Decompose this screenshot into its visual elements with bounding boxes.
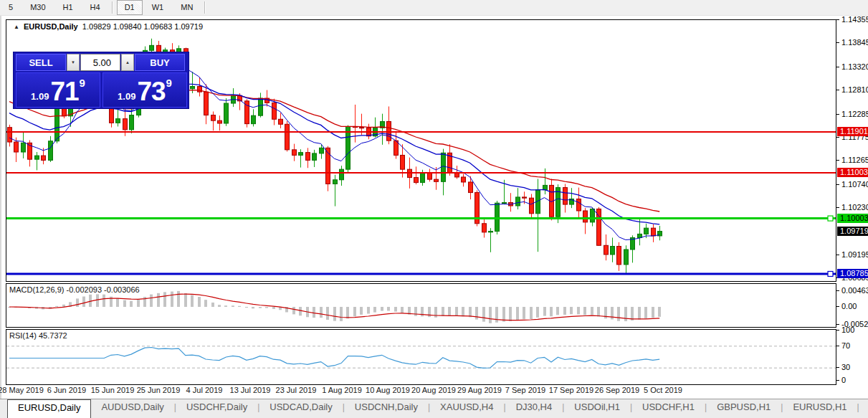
price-tick <box>836 114 839 115</box>
price-tick-label: 1.09195 <box>841 250 868 260</box>
rsi-tick-label: 100 <box>841 326 854 335</box>
price-tick <box>836 255 839 255</box>
price-tick <box>836 184 839 185</box>
rsi-tick <box>836 367 839 368</box>
rsi-tick <box>836 346 839 346</box>
price-tick-label: 1.12285 <box>841 110 868 119</box>
timeframe-button-mn[interactable]: MN <box>173 0 201 15</box>
date-label: 6 Jun 2019 <box>47 386 86 394</box>
ask-prefix: 1.09 <box>118 91 135 102</box>
tab-item-gbpusd-h1[interactable]: GBPUSD,H1 <box>707 399 781 417</box>
date-label: 5 Oct 2019 <box>644 386 682 394</box>
tab-item-usdchf-h1[interactable]: USDCHF,H1 <box>632 399 705 417</box>
sell-button[interactable]: SELL <box>16 54 66 71</box>
date-label: 29 Aug 2019 <box>457 386 502 394</box>
date-label: 10 Aug 2019 <box>366 386 410 394</box>
timeframe-button-h1[interactable]: H1 <box>55 0 81 15</box>
bid-price-display[interactable]: 1.09 71 9 <box>16 72 100 108</box>
price-tick-label: 1.10230 <box>841 203 868 212</box>
macd-label: MACD(12,26,9) -0.002093 -0.003066 <box>9 285 140 294</box>
price-tick <box>836 19 839 20</box>
toolbar-separator <box>112 1 113 14</box>
date-label: 1 Aug 2019 <box>322 386 362 394</box>
date-label: 23 Jul 2019 <box>276 386 317 394</box>
macd-tick <box>836 324 839 325</box>
price-line-label: 1.08785 <box>837 269 868 278</box>
bid-prefix: 1.09 <box>31 91 49 102</box>
macd-tick-label: 0.00463 <box>841 286 868 295</box>
price-tick <box>836 90 839 90</box>
price-axis: 1.143551.138451.133201.128101.122851.117… <box>836 19 868 282</box>
date-label: 15 Jun 2019 <box>91 386 135 394</box>
bid-pipette: 9 <box>80 77 85 89</box>
date-label: 17 Sep 2019 <box>549 386 593 394</box>
tab-item-dj30-h4[interactable]: DJ30,H4 <box>506 399 563 417</box>
chart-symbol-label: EURUSD,Daily <box>24 22 78 31</box>
price-tick-label: 1.10740 <box>841 180 868 189</box>
volume-increase-button[interactable]: ▲ <box>121 54 134 71</box>
price-line-label: 1.11003 <box>837 168 868 177</box>
timeframe-toolbar: 5M30H1H4D1W1MN <box>0 0 868 16</box>
macd-tick-label: 0.00 <box>841 302 857 311</box>
chart-tab-bar: EURUSD,DailyAUDUSD,Daily|USDCHF,Daily|US… <box>0 399 868 418</box>
price-tick <box>836 137 839 138</box>
price-line-label: 1.10003 <box>837 214 868 223</box>
date-label: 26 Sep 2019 <box>595 386 639 394</box>
timeframe-button-5[interactable]: 5 <box>1 0 21 15</box>
price-tick-label: 1.12810 <box>841 85 868 95</box>
timeframe-button-d1[interactable]: D1 <box>117 0 143 15</box>
rsi-tick-label: 0 <box>841 376 846 385</box>
tab-item-usdoil-h1[interactable]: USDOil,H1 <box>564 399 630 417</box>
time-axis: 28 May 20196 Jun 201915 Jun 201925 Jun 2… <box>6 385 836 396</box>
timeframe-button-w1[interactable]: W1 <box>144 0 172 15</box>
price-tick <box>836 207 839 208</box>
tab-item-usdcad-daily[interactable]: USDCAD,Daily <box>259 399 342 417</box>
price-tick <box>836 160 839 161</box>
main-chart-panel[interactable]: ▲EURUSD,Daily 1.09829 1.09840 1.09683 1.… <box>6 19 836 282</box>
tab-item-audusd-daily[interactable]: AUDUSD,Daily <box>91 399 173 417</box>
rsi-indicator-panel[interactable]: RSI(14) 45.7372 <box>6 329 836 385</box>
price-line-label: 1.11901 <box>837 127 868 136</box>
price-tick-label: 1.11265 <box>841 156 868 165</box>
macd-tick <box>836 290 839 291</box>
date-label: 4 Jul 2019 <box>186 386 223 394</box>
buy-button[interactable]: BUY <box>135 54 185 71</box>
price-tick <box>836 42 839 43</box>
timeframe-button-m30[interactable]: M30 <box>22 0 53 15</box>
date-label: 13 Jul 2019 <box>230 386 271 394</box>
tab-item-usdcnh-daily[interactable]: USDCNH,Daily <box>345 399 428 417</box>
rsi-tick-label: 30 <box>841 363 850 372</box>
price-tick <box>836 67 839 67</box>
tab-item-xauusd-h4[interactable]: XAUUSD,H4 <box>430 399 503 417</box>
volume-decrease-button[interactable]: ▼ <box>67 54 80 71</box>
volume-input[interactable] <box>80 54 120 71</box>
date-label: 28 May 2019 <box>0 386 44 394</box>
current-price-label: 1.09719 <box>837 227 868 236</box>
rsi-axis: 10070300 <box>836 329 868 386</box>
ask-pipette: 9 <box>166 77 172 89</box>
tab-item-eurusd-h1[interactable]: EURUSD,H1 <box>783 399 857 417</box>
ask-price-display[interactable]: 1.09 73 9 <box>102 72 187 108</box>
tab-item-usdchf-daily[interactable]: USDCHF,Daily <box>176 399 257 417</box>
price-tick-label: 1.13320 <box>841 62 868 72</box>
price-tick-label: 1.13845 <box>841 38 868 47</box>
date-label: 7 Sep 2019 <box>505 386 545 394</box>
price-tick-label: 1.14355 <box>841 15 868 24</box>
chart-ohlc-values: 1.09829 1.09840 1.09683 1.09719 <box>82 22 203 31</box>
bid-big-digits: 71 <box>50 79 78 105</box>
tab-item-eurusd-daily[interactable]: EURUSD,Daily <box>7 399 91 418</box>
timeframe-button-h4[interactable]: H4 <box>82 0 108 15</box>
macd-indicator-panel[interactable]: MACD(12,26,9) -0.002093 -0.003066 <box>6 283 836 328</box>
tab-item-gbpaud-h1[interactable]: GBPAUD,H1 <box>859 399 868 417</box>
date-label: 20 Aug 2019 <box>411 386 456 394</box>
chart-title: ▲EURUSD,Daily 1.09829 1.09840 1.09683 1.… <box>14 22 203 31</box>
rsi-label: RSI(14) 45.7372 <box>9 331 67 340</box>
macd-tick <box>836 306 839 307</box>
rsi-tick <box>836 330 839 331</box>
rsi-tick-label: 70 <box>841 341 850 351</box>
collapse-triangle-icon[interactable]: ▲ <box>14 24 19 30</box>
ask-big-digits: 73 <box>137 79 165 105</box>
macd-axis: 0.004630.00-0.005299 <box>836 283 868 328</box>
rsi-tick <box>836 380 839 381</box>
toolbar-separator <box>204 1 206 14</box>
